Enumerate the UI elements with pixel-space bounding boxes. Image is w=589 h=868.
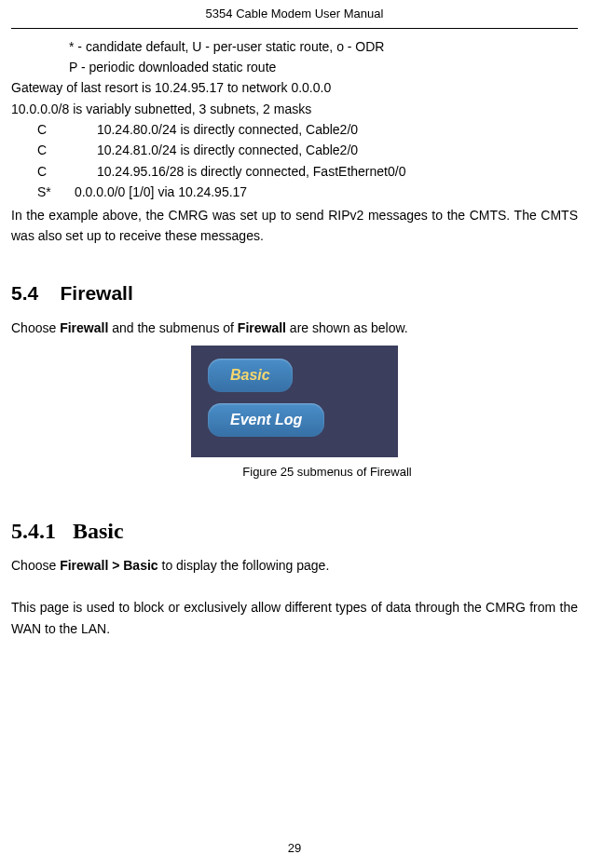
subsection-title: Basic — [73, 519, 124, 543]
route-prefix: C — [37, 161, 93, 182]
submenu-tab-event-log: Event Log — [208, 403, 324, 437]
route-prefix: C — [37, 140, 93, 160]
header-title: 5354 Cable Modem User Manual — [206, 7, 384, 20]
page-number: 29 — [288, 841, 301, 855]
figure-caption: Figure 25 submenus of Firewall — [11, 463, 578, 481]
submenu-screenshot: Basic Event Log — [191, 346, 398, 457]
section-heading-5-4-1: 5.4.1 Basic — [11, 514, 578, 548]
route-prefix: C — [37, 119, 93, 140]
bold-text: Firewall — [60, 320, 108, 335]
page-content: * - candidate default, U - per-user stat… — [0, 29, 589, 646]
section-title: Firewall — [61, 282, 133, 304]
route-text: 10.24.80.0/24 is directly connected, Cab… — [97, 122, 358, 137]
page-footer: 29 — [0, 839, 589, 858]
section-number: 5.4 — [11, 282, 38, 304]
route-prefix: S* — [37, 182, 71, 202]
code-line: 10.0.0.0/8 is variably subnetted, 3 subn… — [11, 99, 578, 119]
section-intro: Choose Firewall and the submenus of Fire… — [11, 318, 578, 338]
subsection-number: 5.4.1 — [11, 519, 56, 543]
code-line: * - candidate default, U - per-user stat… — [69, 36, 578, 57]
section-heading-5-4: 5.4 Firewall — [11, 278, 578, 308]
code-line: P - periodic downloaded static route — [69, 57, 578, 77]
route-entry: S* 0.0.0.0/0 [1/0] via 10.24.95.17 — [37, 182, 578, 202]
route-text: 0.0.0.0/0 [1/0] via 10.24.95.17 — [75, 184, 247, 199]
route-entry: C 10.24.80.0/24 is directly connected, C… — [37, 119, 578, 140]
bold-text: Firewall > Basic — [60, 558, 158, 573]
paragraph: In the example above, the CMRG was set u… — [11, 205, 578, 247]
route-entry: C 10.24.95.16/28 is directly connected, … — [37, 161, 578, 182]
subsection-intro: Choose Firewall > Basic to display the f… — [11, 555, 578, 576]
route-text: 10.24.95.16/28 is directly connected, Fa… — [97, 164, 406, 179]
submenu-tab-basic: Basic — [208, 359, 293, 392]
figure-container: Basic Event Log — [11, 346, 578, 457]
bold-text: Firewall — [238, 320, 286, 335]
route-text: 10.24.81.0/24 is directly connected, Cab… — [97, 142, 358, 157]
route-entry: C 10.24.81.0/24 is directly connected, C… — [37, 140, 578, 160]
page-header: 5354 Cable Modem User Manual — [11, 0, 578, 29]
code-line: Gateway of last resort is 10.24.95.17 to… — [11, 77, 578, 98]
paragraph: This page is used to block or exclusivel… — [11, 597, 578, 639]
